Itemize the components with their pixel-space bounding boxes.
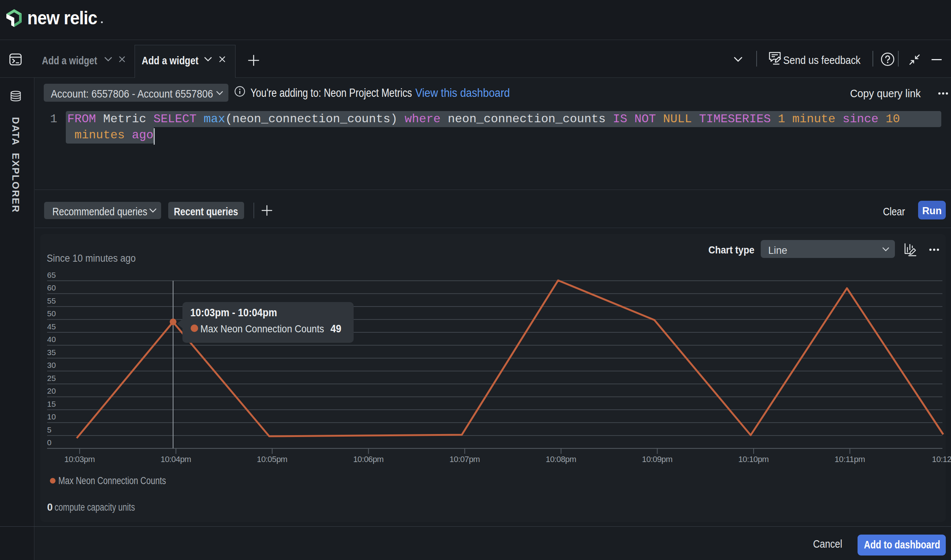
svg-text:35: 35 — [47, 348, 56, 357]
svg-text:10: 10 — [47, 412, 56, 421]
svg-text:65: 65 — [47, 271, 56, 279]
svg-text:55: 55 — [47, 297, 56, 305]
svg-text:10:04pm: 10:04pm — [161, 455, 191, 464]
svg-text:Max Neon Connection Counts: Max Neon Connection Counts — [58, 475, 166, 486]
svg-text:45: 45 — [47, 322, 56, 331]
svg-text:0: 0 — [47, 502, 53, 513]
svg-text:10:12pm: 10:12pm — [932, 455, 951, 464]
svg-text:10:09pm: 10:09pm — [642, 455, 672, 464]
svg-text:10:08pm: 10:08pm — [546, 455, 576, 464]
svg-text:15: 15 — [47, 400, 56, 408]
svg-text:10:07pm: 10:07pm — [449, 455, 480, 464]
svg-text:compute capacity units: compute capacity units — [55, 502, 135, 513]
svg-text:10:11pm: 10:11pm — [834, 455, 865, 464]
svg-text:50: 50 — [47, 309, 56, 318]
svg-text:60: 60 — [47, 283, 56, 292]
svg-text:5: 5 — [47, 425, 52, 434]
svg-text:40: 40 — [47, 335, 56, 343]
svg-text:25: 25 — [47, 374, 56, 382]
svg-text:20: 20 — [47, 386, 56, 395]
svg-text:10:10pm: 10:10pm — [738, 455, 769, 464]
svg-text:10:06pm: 10:06pm — [353, 455, 384, 464]
svg-text:10:05pm: 10:05pm — [257, 455, 288, 464]
svg-text:10:03pm: 10:03pm — [64, 455, 95, 464]
svg-text:30: 30 — [47, 361, 56, 369]
svg-text:0: 0 — [47, 438, 52, 447]
